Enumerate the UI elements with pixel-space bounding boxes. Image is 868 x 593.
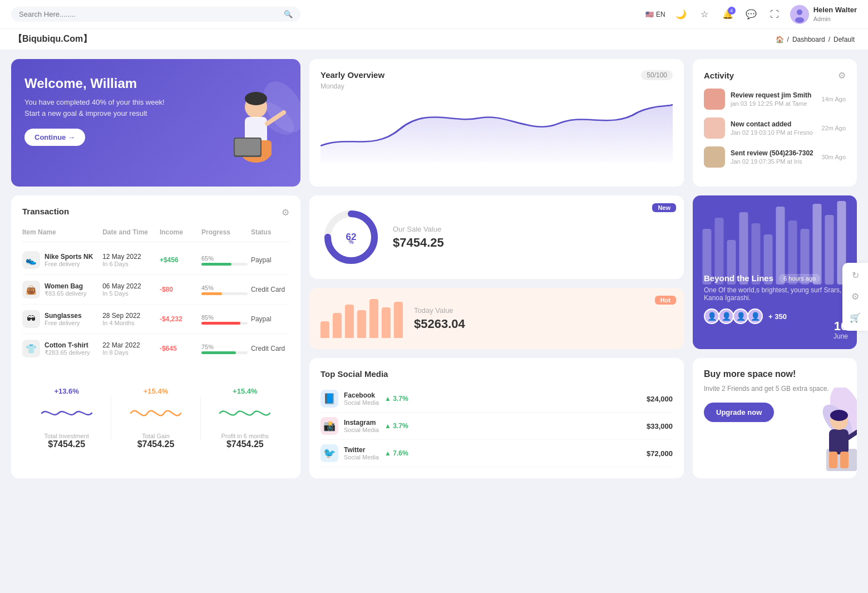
continue-button[interactable]: Continue → (24, 129, 85, 146)
mini-bar (369, 299, 378, 338)
notification-badge: 4 (728, 7, 736, 14)
plus-count: + 350 (768, 312, 787, 321)
activity-item: Review request jim Smith jan 03 19 12:25… (704, 89, 846, 110)
col-progress: Progress (201, 228, 248, 236)
item-details: Sunglasses Free delivery (45, 312, 82, 326)
upgrade-button[interactable]: Upgrade now (704, 403, 774, 422)
search-bar[interactable]: 🔍 (11, 7, 300, 22)
progress-label: 85% (201, 314, 248, 321)
right-cart-icon[interactable]: 🛒 (847, 310, 864, 326)
activity-item: New contact added Jan 02 19 03:10 PM at … (704, 117, 846, 139)
activity-time: 14m Ago (822, 96, 846, 102)
status-text: Credit Card (251, 286, 289, 293)
item-icon: 👜 (22, 281, 40, 298)
activity-card: Activity ⚙ Review request jim Smith jan … (693, 59, 857, 187)
item-info: 👟 Nike Sports NK Free delivery (22, 251, 99, 269)
item-details: Cotton T-shirt ₹283.65 delivery (45, 341, 90, 356)
breadcrumb-default: Default (834, 36, 855, 43)
item-details: Women Bag ₹83.65 delivery (45, 282, 87, 297)
status-text: Paypal (251, 315, 289, 323)
today-value-card: Hot Today Value $5263.04 (309, 288, 684, 349)
progress-fill (201, 322, 240, 325)
svg-point-6 (245, 92, 267, 105)
today-bar-chart (320, 299, 403, 338)
col-date: Date and Time (102, 228, 156, 236)
social-title: Top Social Media (320, 369, 673, 379)
progress-fill (201, 292, 222, 295)
activity-item-subtitle: Jan 02 19 03:10 PM at Fresno (731, 129, 813, 136)
fullscreen-icon[interactable]: ⛶ (767, 7, 782, 22)
date-sub: In 5 Days (102, 290, 156, 297)
stat-label: Profit in 6 months (201, 433, 289, 439)
stat-pct: +13.6% (22, 387, 111, 395)
date-main: 22 Mar 2022 (102, 341, 156, 349)
item-icon: 👟 (22, 251, 40, 269)
today-value: $5263.04 (414, 317, 465, 331)
table-row: 🕶 Sunglasses Free delivery 28 Sep 2022 I… (22, 305, 289, 334)
sale-label: Our Sale Value (393, 225, 444, 233)
date-month: June (834, 332, 848, 340)
activity-item: Sent review (504)236-7302 Jan 02 19 07:3… (704, 146, 846, 168)
social-pct: ▲ 7.6% (384, 449, 408, 457)
avatar (790, 5, 809, 24)
item-info: 👕 Cotton T-shirt ₹283.65 delivery (22, 340, 99, 357)
social-amount: $72,000 (647, 449, 673, 458)
right-settings-icon[interactable]: ⚙ (847, 288, 864, 305)
social-list: 📘 Facebook Social Media ▲ 3.7% $24,000 📸… (320, 385, 673, 467)
date-main: 28 Sep 2022 (102, 312, 156, 320)
home-icon[interactable]: 🏠 (776, 36, 784, 43)
col-status: Status (251, 228, 289, 236)
stats-list: +13.6% Total Investment $7454.25 +15.4% … (22, 387, 289, 449)
sale-value: $7454.25 (393, 236, 444, 250)
dark-mode-toggle[interactable]: 🌙 (673, 7, 689, 22)
item-name: Women Bag (45, 282, 87, 290)
social-name: Instagram (344, 419, 379, 427)
item-date: 22 Mar 2022 In 8 Days (102, 341, 156, 356)
activity-item-subtitle: jan 03 19 12:25 PM at Tame (731, 100, 807, 107)
item-details: Nike Sports NK Free delivery (45, 253, 93, 267)
upgrade-figure (796, 388, 857, 478)
yearly-title: Yearly Overview (320, 70, 384, 80)
item-sub: Free delivery (45, 261, 93, 267)
transaction-settings[interactable]: ⚙ (282, 207, 289, 218)
item-sub: ₹83.65 delivery (45, 290, 87, 297)
avatar-1: 👤 (704, 308, 719, 324)
new-badge: New (652, 203, 676, 212)
activity-item-title: Sent review (504)236-7302 (731, 149, 816, 157)
avatar-3: 👤 (733, 308, 748, 324)
welcome-illustration (195, 73, 300, 187)
mini-stat: +13.6% Total Investment $7454.25 (22, 387, 111, 449)
user-area[interactable]: Helen Walter Admin (790, 5, 857, 24)
activity-thumb (704, 89, 725, 110)
progress-bar (201, 351, 248, 354)
status-text: Credit Card (251, 345, 289, 352)
right-refresh-icon[interactable]: ↻ (847, 267, 864, 284)
today-info: Today Value $5263.04 (414, 306, 465, 331)
social-type: Social Media (344, 427, 379, 433)
stat-pct: +15.4% (201, 387, 289, 395)
activity-thumb (704, 117, 725, 139)
social-info: Instagram Social Media (344, 419, 379, 433)
item-name: Sunglasses (45, 312, 82, 320)
yearly-header: Yearly Overview 50/100 (320, 70, 673, 80)
lang-selector[interactable]: 🇺🇸 EN (645, 11, 665, 18)
stat-amount: $7454.25 (111, 439, 200, 449)
svg-point-1 (797, 9, 802, 15)
mini-bar (382, 307, 391, 338)
progress-cell: 75% (201, 344, 248, 354)
item-date: 28 Sep 2022 In 4 Months (102, 312, 156, 326)
avatar-2: 👤 (718, 308, 734, 324)
search-input[interactable] (19, 10, 279, 18)
star-icon[interactable]: ☆ (697, 7, 712, 22)
item-sub: Free delivery (45, 320, 82, 326)
svg-rect-30 (829, 429, 849, 454)
notification-bell[interactable]: 🔔 4 (720, 7, 736, 22)
transaction-title: Transaction (22, 207, 69, 216)
chat-icon[interactable]: 💬 (743, 7, 759, 22)
user-name: Helen Walter (813, 6, 857, 15)
item-name: Nike Sports NK (45, 253, 93, 261)
activity-settings[interactable]: ⚙ (838, 70, 846, 81)
progress-cell: 85% (201, 314, 248, 325)
breadcrumb-dashboard[interactable]: Dashboard (792, 36, 825, 43)
income-value: -$645 (160, 345, 198, 352)
